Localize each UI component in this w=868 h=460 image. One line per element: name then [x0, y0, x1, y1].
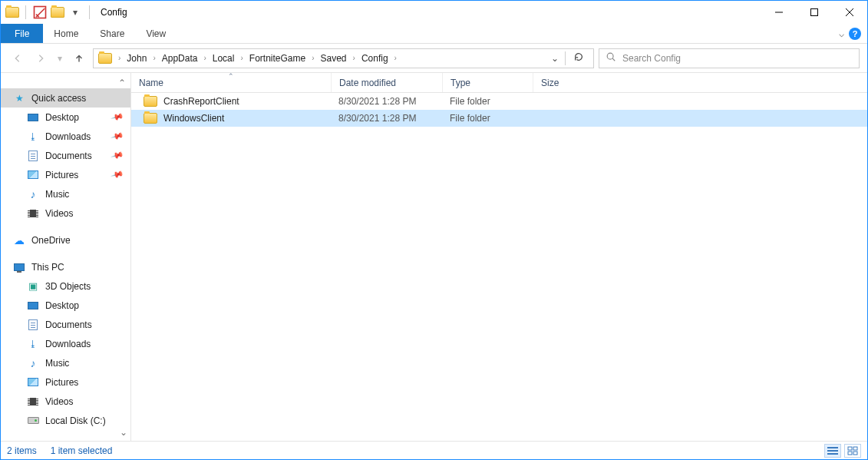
breadcrumb[interactable]: AppData	[159, 53, 201, 64]
nav-item[interactable]: Videos	[1, 392, 130, 411]
nav-item[interactable]: ▣3D Objects	[1, 276, 130, 296]
nav-item[interactable]: Pictures📌	[1, 165, 130, 184]
breadcrumb[interactable]: Saved	[318, 53, 350, 64]
drive-icon	[27, 415, 39, 427]
download-icon: ⭳	[27, 131, 39, 143]
tab-view[interactable]: View	[135, 24, 177, 43]
navigation-pane: ⌃ ★ Quick access Desktop📌⭳Downloads📌Docu…	[1, 73, 131, 441]
nav-item[interactable]: Documents	[1, 315, 130, 334]
address-bar[interactable]: › John › AppData › Local › FortniteGame …	[93, 48, 594, 68]
table-row[interactable]: WindowsClient8/30/2021 1:28 PMFile folde…	[131, 110, 867, 127]
qat-newfolder-icon[interactable]	[51, 7, 64, 18]
chevron-right-icon[interactable]: ›	[239, 54, 244, 62]
chevron-right-icon[interactable]: ›	[393, 54, 398, 62]
forward-button[interactable]	[31, 49, 50, 68]
nav-item[interactable]: Desktop	[1, 296, 130, 315]
content-pane: Name ⌃ Date modified Type Size CrashRepo…	[131, 73, 867, 441]
nav-item[interactable]: Videos	[1, 204, 130, 223]
view-details-button[interactable]	[824, 444, 841, 458]
nav-item[interactable]: ⭳Downloads	[1, 334, 130, 353]
nav-item[interactable]: Documents📌	[1, 146, 130, 165]
column-label: Name	[139, 78, 163, 88]
view-large-icons-button[interactable]	[844, 444, 861, 458]
nav-onedrive[interactable]: ☁ OneDrive	[1, 230, 130, 250]
minimize-button[interactable]	[761, 1, 797, 24]
chevron-right-icon[interactable]: ›	[117, 54, 122, 62]
breadcrumb[interactable]: Config	[358, 53, 391, 64]
address-history-icon[interactable]: ⌄	[548, 53, 562, 64]
nav-item[interactable]: ♪Music	[1, 353, 130, 372]
nav-label: Pictures	[45, 377, 78, 388]
recent-locations-button[interactable]: ▾	[54, 49, 65, 68]
help-icon[interactable]: ?	[849, 28, 861, 40]
folder-icon	[144, 113, 157, 124]
navigation-bar: ▾ › John › AppData › Local › FortniteGam…	[1, 44, 867, 73]
close-button[interactable]	[832, 1, 867, 24]
nav-label: Music	[45, 189, 69, 200]
svg-rect-9	[827, 453, 838, 455]
maximize-button[interactable]	[797, 1, 832, 24]
nav-label: Downloads	[45, 131, 91, 142]
music-icon: ♪	[27, 188, 39, 200]
qat-properties-icon[interactable]	[32, 5, 48, 20]
column-header-type[interactable]: Type	[442, 73, 533, 92]
column-header-date[interactable]: Date modified	[331, 73, 442, 92]
chevron-right-icon[interactable]: ›	[202, 54, 207, 62]
chevron-right-icon[interactable]: ›	[310, 54, 315, 62]
folder-icon	[144, 96, 157, 107]
nav-item[interactable]: Desktop📌	[1, 108, 130, 127]
separator	[565, 51, 566, 65]
nav-label: Videos	[45, 396, 73, 407]
nav-item[interactable]: ⭳Downloads📌	[1, 127, 130, 146]
qat-customize-icon[interactable]: ▾	[68, 5, 83, 20]
tab-share[interactable]: Share	[89, 24, 135, 43]
title-bar: ▾ Config	[1, 1, 867, 24]
chevron-right-icon[interactable]: ›	[151, 54, 157, 62]
chevron-right-icon[interactable]: ›	[351, 54, 357, 62]
pin-icon: 📌	[111, 167, 125, 181]
breadcrumb[interactable]: John	[124, 53, 150, 64]
column-label: Size	[541, 78, 559, 88]
nav-this-pc[interactable]: This PC	[1, 257, 130, 276]
quick-access-toolbar: ▾	[1, 5, 97, 20]
column-headers: Name ⌃ Date modified Type Size	[131, 73, 867, 93]
file-name: WindowsClient	[163, 113, 224, 124]
nav-collapse-icon[interactable]: ⌃	[1, 78, 130, 88]
window-title: Config	[101, 7, 127, 18]
svg-line-6	[612, 58, 615, 61]
address-folder-icon	[98, 53, 112, 64]
column-label: Date modified	[339, 78, 396, 88]
nav-item[interactable]: ♪Music	[1, 184, 130, 204]
star-icon: ★	[13, 92, 25, 104]
refresh-icon[interactable]	[569, 51, 589, 65]
nav-scroll-down-icon[interactable]: ⌄	[1, 427, 130, 441]
column-header-size[interactable]: Size	[533, 73, 586, 92]
tab-home[interactable]: Home	[43, 24, 89, 43]
separator	[89, 5, 90, 19]
file-list[interactable]: CrashReportClient8/30/2021 1:28 PMFile f…	[131, 93, 867, 441]
nav-quick-access[interactable]: ★ Quick access	[1, 88, 130, 108]
download-icon: ⭳	[27, 338, 39, 350]
table-row[interactable]: CrashReportClient8/30/2021 1:28 PMFile f…	[131, 93, 867, 110]
column-header-name[interactable]: Name ⌃	[131, 73, 331, 92]
pin-icon: 📌	[111, 129, 125, 143]
nav-label: Desktop	[45, 300, 79, 311]
app-folder-icon	[5, 7, 19, 18]
ribbon-expand-icon[interactable]: ⌵	[839, 28, 844, 39]
pin-icon: 📌	[111, 148, 125, 162]
pic-icon	[27, 376, 39, 389]
svg-rect-8	[827, 450, 838, 452]
up-button[interactable]	[70, 49, 88, 68]
nav-item[interactable]: Pictures	[1, 372, 130, 392]
breadcrumb[interactable]: FortniteGame	[246, 53, 309, 64]
svg-rect-12	[848, 452, 852, 455]
status-selection: 1 item selected	[51, 445, 113, 456]
nav-label: Downloads	[45, 339, 91, 349]
file-tab[interactable]: File	[1, 24, 43, 43]
breadcrumb[interactable]: Local	[210, 53, 238, 64]
explorer-window: ▾ Config File Home Share View ⌵ ? ▾ › Jo…	[0, 0, 868, 460]
search-icon	[606, 51, 616, 65]
pic-icon	[27, 169, 39, 181]
back-button[interactable]	[8, 49, 27, 68]
search-box[interactable]: Search Config	[599, 48, 860, 68]
